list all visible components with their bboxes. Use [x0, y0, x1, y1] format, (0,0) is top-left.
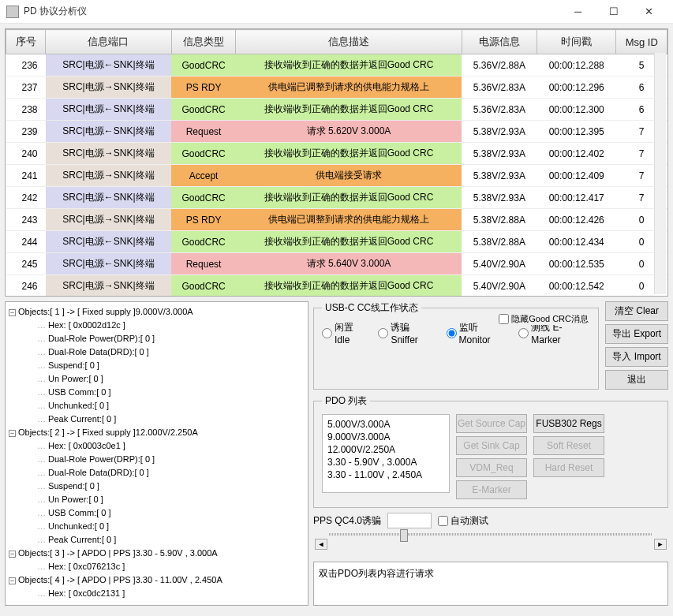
auto-test-checkbox[interactable]: 自动测试 [438, 514, 488, 528]
message-table[interactable]: 序号信息端口信息类型信息描述电源信息时间戳Msg ID 236SRC|电源←SN… [5, 28, 668, 297]
tree-leaf[interactable]: Unchunked:[ 0 ] [37, 520, 305, 533]
tree-leaf[interactable]: Peak Current:[ 0 ] [37, 533, 305, 547]
pdo-item[interactable]: 3.30 - 5.90V , 3.000A [327, 456, 444, 469]
cell-type: Accept [171, 165, 235, 187]
pdo-group: PDO 列表 5.000V/3.000A9.000V/3.000A12.000V… [313, 394, 668, 508]
tree-object[interactable]: −Objects:[ 1 ] -> [ Fixed supply ]9.000V… [9, 305, 305, 319]
slider-thumb[interactable] [400, 529, 408, 542]
cell-seq: 239 [6, 121, 46, 143]
cell-pwr: 5.38V/2.88A [462, 209, 537, 231]
tree-leaf[interactable]: Dual-Role Data(DRD):[ 0 ] [37, 466, 305, 480]
log-output[interactable]: 双击PDO列表内容进行请求 [313, 562, 668, 606]
import-button[interactable]: 导入 Import [605, 347, 668, 367]
radio-sniffer[interactable]: 诱骗 Sniffer [378, 321, 438, 345]
cell-port: SRC|电源→SNK|终端 [46, 209, 172, 231]
table-row[interactable]: 242SRC|电源←SNK|终端GoodCRC接收端收到正确的数据并返回Good… [6, 187, 667, 209]
tree-object[interactable]: −Objects:[ 3 ] -> [ APDO | PPS ]3.30 - 5… [9, 547, 305, 560]
clear-button[interactable]: 清空 Clear [605, 301, 668, 321]
cell-seq: 240 [6, 143, 46, 165]
tree-leaf[interactable]: Hex: [ 0x0002d12c ] [37, 319, 305, 332]
column-header[interactable]: 信息端口 [46, 30, 172, 54]
cell-ts: 00:00:12.417 [537, 187, 616, 209]
tree-leaf[interactable]: Peak Current:[ 0 ] [37, 413, 305, 426]
table-scrollbar[interactable] [654, 53, 666, 294]
pdo-button[interactable]: VDM_Req [456, 458, 527, 477]
pdo-button[interactable]: Hard Reset [533, 458, 604, 477]
cell-ts: 00:00:12.426 [537, 209, 616, 231]
cell-port: SRC|电源→SNK|终端 [46, 77, 172, 99]
pdo-item[interactable]: 12.000V/2.250A [327, 443, 444, 456]
cell-port: SRC|电源←SNK|终端 [46, 187, 172, 209]
pdo-button[interactable]: E-Marker [456, 480, 527, 499]
pdo-button[interactable]: Get Source Cap [456, 414, 527, 433]
table-row[interactable]: 241SRC|电源→SNK|终端Accept供电端接受请求5.38V/2.93A… [6, 165, 667, 187]
cell-desc: 接收端收到正确的数据并返回Good CRC [236, 231, 462, 253]
pps-slider[interactable]: ◄ ► [313, 533, 668, 557]
column-header[interactable]: 时间戳 [537, 30, 616, 54]
table-row[interactable]: 237SRC|电源→SNK|终端PS RDY供电端已调整到请求的供电能力规格上5… [6, 77, 667, 99]
pdo-button[interactable]: Soft Reset [533, 436, 604, 455]
pdo-button[interactable]: FUSB302 Regs [533, 414, 604, 433]
radio-idle[interactable]: 闲置 Idle [322, 321, 370, 345]
cell-type: Request [171, 253, 235, 275]
tree-leaf[interactable]: Hex: [ 0x0003c0e1 ] [37, 439, 305, 453]
cell-desc: 接收端收到正确的数据并返回Good CRC [236, 275, 462, 297]
tree-leaf[interactable]: Suspend:[ 0 ] [37, 480, 305, 493]
column-header[interactable]: 序号 [6, 30, 46, 54]
pdo-listbox[interactable]: 5.000V/3.000A9.000V/3.000A12.000V/2.250A… [322, 414, 450, 493]
expand-icon[interactable]: − [9, 309, 16, 316]
cell-seq: 236 [6, 54, 46, 77]
table-row[interactable]: 236SRC|电源←SNK|终端GoodCRC接收端收到正确的数据并返回Good… [6, 54, 667, 77]
tree-leaf[interactable]: Un Power:[ 0 ] [37, 493, 305, 506]
expand-icon[interactable]: − [9, 551, 16, 558]
table-row[interactable]: 244SRC|电源←SNK|终端GoodCRC接收端收到正确的数据并返回Good… [6, 231, 667, 253]
cell-pwr: 5.38V/2.93A [462, 143, 537, 165]
exit-button[interactable]: 退出 [605, 370, 668, 390]
slider-left-arrow[interactable]: ◄ [315, 539, 327, 550]
table-row[interactable]: 240SRC|电源→SNK|终端GoodCRC接收端收到正确的数据并返回Good… [6, 143, 667, 165]
table-row[interactable]: 246SRC|电源→SNK|终端GoodCRC接收端收到正确的数据并返回Good… [6, 275, 667, 297]
table-row[interactable]: 243SRC|电源→SNK|终端PS RDY供电端已调整到请求的供电能力规格上5… [6, 209, 667, 231]
cell-type: GoodCRC [171, 54, 235, 77]
tree-leaf[interactable]: Dual-Role Power(DRP):[ 0 ] [37, 332, 305, 345]
cell-port: SRC|电源←SNK|终端 [46, 231, 172, 253]
tree-leaf[interactable]: Hex: [ 0xc076213c ] [37, 560, 305, 573]
column-header[interactable]: Msg ID [616, 30, 667, 54]
cell-ts: 00:00:12.395 [537, 121, 616, 143]
tree-leaf[interactable]: Dual-Role Power(DRP):[ 0 ] [37, 453, 305, 466]
table-row[interactable]: 245SRC|电源←SNK|终端Request请求 5.640V 3.000A5… [6, 253, 667, 275]
hide-goodcrc-checkbox[interactable]: 隐藏Good CRC消息 [497, 313, 590, 325]
expand-icon[interactable]: − [9, 430, 16, 437]
close-button[interactable]: ✕ [631, 0, 667, 24]
tree-leaf[interactable]: Suspend:[ 0 ] [37, 359, 305, 372]
pdo-button[interactable]: Get Sink Cap [456, 436, 527, 455]
tree-leaf[interactable]: USB Comm:[ 0 ] [37, 386, 305, 399]
pps-voltage-input[interactable] [387, 513, 432, 528]
objects-tree[interactable]: −Objects:[ 1 ] -> [ Fixed supply ]9.000V… [5, 301, 308, 606]
cell-type: GoodCRC [171, 99, 235, 121]
cell-type: GoodCRC [171, 143, 235, 165]
tree-object[interactable]: −Objects:[ 2 ] -> [ Fixed supply ]12.000… [9, 426, 305, 439]
tree-leaf[interactable]: Unchunked:[ 0 ] [37, 399, 305, 413]
tree-leaf[interactable]: Dual-Role Data(DRD):[ 0 ] [37, 345, 305, 359]
column-header[interactable]: 电源信息 [462, 30, 537, 54]
table-row[interactable]: 238SRC|电源←SNK|终端GoodCRC接收端收到正确的数据并返回Good… [6, 99, 667, 121]
cell-desc: 接收端收到正确的数据并返回Good CRC [236, 54, 462, 77]
tree-leaf[interactable]: USB Comm:[ 0 ] [37, 506, 305, 520]
cc-status-legend: USB-C CC线工作状态 [322, 301, 421, 315]
pdo-item[interactable]: 5.000V/3.000A [327, 418, 444, 431]
export-button[interactable]: 导出 Export [605, 324, 668, 344]
minimize-button[interactable]: ─ [560, 0, 596, 24]
column-header[interactable]: 信息描述 [236, 30, 462, 54]
maximize-button[interactable]: ☐ [596, 0, 631, 24]
tree-leaf[interactable]: Un Power:[ 0 ] [37, 372, 305, 386]
tree-object[interactable]: −Objects:[ 4 ] -> [ APDO | PPS ]3.30 - 1… [9, 573, 305, 587]
pdo-item[interactable]: 9.000V/3.000A [327, 431, 444, 443]
slider-right-arrow[interactable]: ► [654, 539, 667, 550]
column-header[interactable]: 信息类型 [171, 30, 235, 54]
table-row[interactable]: 239SRC|电源←SNK|终端Request请求 5.620V 3.000A5… [6, 121, 667, 143]
tree-leaf[interactable]: Hex: [ 0xc0dc2131 ] [37, 587, 305, 600]
expand-icon[interactable]: − [9, 577, 16, 584]
pdo-item[interactable]: 3.30 - 11.00V , 2.450A [327, 469, 444, 481]
cell-type: GoodCRC [171, 187, 235, 209]
